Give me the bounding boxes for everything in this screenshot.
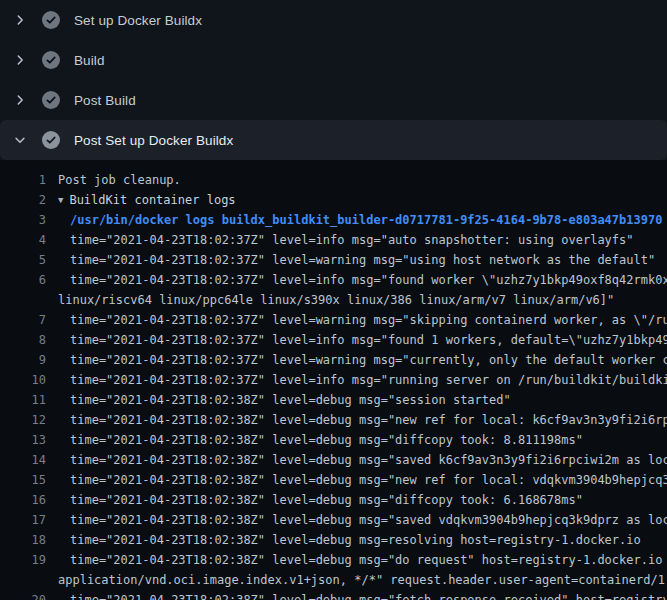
log-line-text: time="2021-04-23T18:02:38Z" level=debug …	[58, 393, 667, 407]
log-line: 13 time="2021-04-23T18:02:38Z" level=deb…	[0, 430, 667, 450]
check-circle-icon	[42, 11, 60, 29]
log-group-title: BuildKit container logs	[69, 193, 667, 207]
log-line-number[interactable]: 16	[0, 493, 46, 507]
log-line-text: time="2021-04-23T18:02:38Z" level=debug …	[58, 453, 667, 467]
log-line-number[interactable]: 8	[0, 333, 46, 347]
step-list: Set up Docker Buildx Build Post Build Po…	[0, 0, 667, 160]
log-line-number[interactable]: 20	[0, 593, 46, 600]
log-line: 1 Post job cleanup.	[0, 170, 667, 190]
log-line-text: time="2021-04-23T18:02:37Z" level=info m…	[58, 333, 667, 347]
log-line-continuation: linux/riscv64 linux/ppc64le linux/s390x …	[0, 290, 667, 310]
log-line-continuation: application/vnd.oci.image.index.v1+json,…	[0, 570, 667, 590]
log-line-number[interactable]: 5	[0, 253, 46, 267]
log-line: 11 time="2021-04-23T18:02:38Z" level=deb…	[0, 390, 667, 410]
log-line-number[interactable]: 18	[0, 533, 46, 547]
step-label: Post Build	[74, 93, 136, 108]
log-line: 6 time="2021-04-23T18:02:37Z" level=info…	[0, 270, 667, 290]
log-line-number[interactable]: 2	[0, 193, 46, 207]
log-line-number[interactable]: 10	[0, 373, 46, 387]
log-line: 10 time="2021-04-23T18:02:37Z" level=inf…	[0, 370, 667, 390]
check-circle-icon	[42, 131, 60, 149]
log-line-number[interactable]: 6	[0, 273, 46, 287]
log-line-text: time="2021-04-23T18:02:37Z" level=warnin…	[58, 253, 667, 267]
log-line-number[interactable]: 11	[0, 393, 46, 407]
log-line-number[interactable]: 7	[0, 313, 46, 327]
log-line: 3 /usr/bin/docker logs buildx_buildkit_b…	[0, 210, 667, 230]
group-expand-triangle-icon[interactable]: ▼	[58, 195, 63, 205]
log-line-text: time="2021-04-23T18:02:38Z" level=debug …	[58, 433, 667, 447]
log-line-text: time="2021-04-23T18:02:38Z" level=debug …	[58, 473, 667, 487]
log-line: 14 time="2021-04-23T18:02:38Z" level=deb…	[0, 450, 667, 470]
step-label: Build	[74, 53, 105, 68]
log-line-text: time="2021-04-23T18:02:38Z" level=debug …	[58, 533, 667, 547]
step-label: Post Set up Docker Buildx	[74, 133, 233, 148]
log-line-text: Post job cleanup.	[58, 173, 667, 187]
log-line: 19 time="2021-04-23T18:02:38Z" level=deb…	[0, 550, 667, 570]
log-line: 12 time="2021-04-23T18:02:38Z" level=deb…	[0, 410, 667, 430]
chevron-right-icon	[12, 12, 28, 28]
step-row-post-build[interactable]: Post Build	[0, 80, 667, 120]
chevron-right-icon	[12, 52, 28, 68]
log-line-number[interactable]: 12	[0, 413, 46, 427]
log-line-text: application/vnd.oci.image.index.v1+json,…	[58, 573, 667, 587]
log-line-number[interactable]: 14	[0, 453, 46, 467]
log-line: 16 time="2021-04-23T18:02:38Z" level=deb…	[0, 490, 667, 510]
log-line-text: time="2021-04-23T18:02:37Z" level=info m…	[58, 273, 667, 287]
log-line: 5 time="2021-04-23T18:02:37Z" level=warn…	[0, 250, 667, 270]
log-line-number[interactable]: 4	[0, 233, 46, 247]
check-circle-icon	[42, 51, 60, 69]
log-line-number[interactable]: 13	[0, 433, 46, 447]
log-line: 9 time="2021-04-23T18:02:37Z" level=warn…	[0, 350, 667, 370]
log-line: 20 time="2021-04-23T18:02:38Z" level=deb…	[0, 590, 667, 600]
log-line-number[interactable]: 19	[0, 553, 46, 567]
log-line-text: time="2021-04-23T18:02:38Z" level=debug …	[58, 513, 667, 527]
step-row-set-up-docker-buildx[interactable]: Set up Docker Buildx	[0, 0, 667, 40]
log-line: 4 time="2021-04-23T18:02:37Z" level=info…	[0, 230, 667, 250]
check-circle-icon	[42, 91, 60, 109]
log-line-text: linux/riscv64 linux/ppc64le linux/s390x …	[58, 293, 667, 307]
log-line-number[interactable]: 3	[0, 213, 46, 227]
log-line: 7 time="2021-04-23T18:02:37Z" level=warn…	[0, 310, 667, 330]
log-line-number[interactable]: 9	[0, 353, 46, 367]
step-label: Set up Docker Buildx	[74, 13, 202, 28]
log-line-text: time="2021-04-23T18:02:38Z" level=debug …	[58, 413, 667, 427]
log-line-text: time="2021-04-23T18:02:37Z" level=info m…	[58, 373, 667, 387]
step-row-post-set-up-docker-buildx[interactable]: Post Set up Docker Buildx	[0, 120, 667, 160]
log-group-line: 2 ▼ BuildKit container logs	[0, 190, 667, 210]
log-line-text: time="2021-04-23T18:02:38Z" level=debug …	[58, 493, 667, 507]
log-line: 17 time="2021-04-23T18:02:38Z" level=deb…	[0, 510, 667, 530]
log-line: 15 time="2021-04-23T18:02:38Z" level=deb…	[0, 470, 667, 490]
log-line-number[interactable]: 17	[0, 513, 46, 527]
log-line-number[interactable]: 1	[0, 173, 46, 187]
log-line-text: time="2021-04-23T18:02:37Z" level=warnin…	[58, 313, 667, 327]
log-line-number[interactable]: 15	[0, 473, 46, 487]
log-line-text: time="2021-04-23T18:02:38Z" level=debug …	[58, 593, 667, 600]
chevron-down-icon	[12, 132, 28, 148]
log-line: 18 time="2021-04-23T18:02:38Z" level=deb…	[0, 530, 667, 550]
chevron-right-icon	[12, 92, 28, 108]
log-line: 8 time="2021-04-23T18:02:37Z" level=info…	[0, 330, 667, 350]
log-line-text: time="2021-04-23T18:02:37Z" level=warnin…	[58, 353, 667, 367]
step-row-build[interactable]: Build	[0, 40, 667, 80]
log-line-text: time="2021-04-23T18:02:37Z" level=info m…	[58, 233, 667, 247]
log-area: 1 Post job cleanup. 2 ▼ BuildKit contain…	[0, 160, 667, 600]
log-line-text: time="2021-04-23T18:02:38Z" level=debug …	[58, 553, 667, 567]
log-command-text: /usr/bin/docker logs buildx_buildkit_bui…	[58, 213, 667, 227]
